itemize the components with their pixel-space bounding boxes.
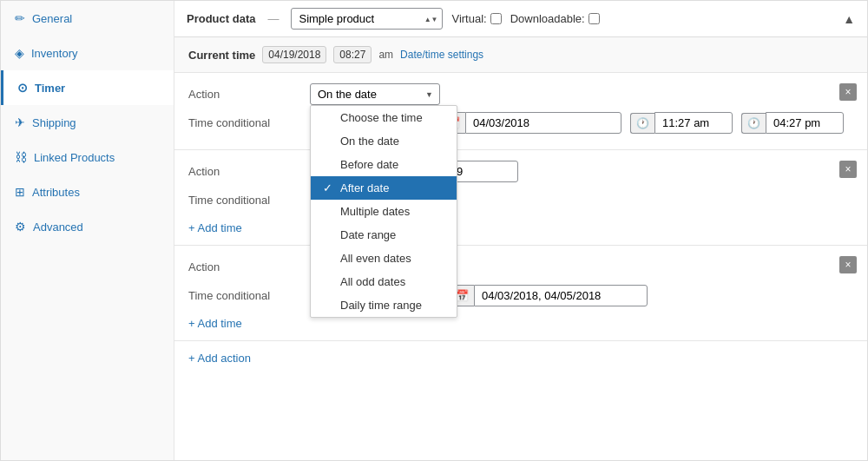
clock-to-icon-1: 🕐 bbox=[741, 113, 766, 134]
sidebar-item-attributes[interactable]: ⊞ Attributes bbox=[1, 175, 174, 209]
menu-item-choose-the-time[interactable]: Choose the time bbox=[311, 106, 457, 129]
close-block-3-button[interactable]: × bbox=[839, 256, 857, 273]
sidebar-item-shipping[interactable]: ✈ Shipping bbox=[1, 105, 174, 140]
expand-icon[interactable]: ▲ bbox=[843, 12, 855, 26]
sidebar-item-linked-products[interactable]: ⛓ Linked Products bbox=[1, 140, 174, 175]
sidebar-item-timer[interactable]: ⊙ Timer bbox=[1, 70, 174, 105]
sidebar-item-label: Linked Products bbox=[34, 151, 115, 164]
menu-item-on-the-date[interactable]: On the date bbox=[311, 129, 457, 153]
time-to-input-1[interactable] bbox=[766, 112, 844, 134]
action-row-3: Action Set out of stock Set in stock Set… bbox=[188, 256, 853, 278]
menu-item-multiple-dates[interactable]: Multiple dates bbox=[311, 200, 457, 223]
action-block-3: × Action Set out of stock Set in stock S… bbox=[174, 246, 867, 341]
menu-item-before-date[interactable]: Before date bbox=[311, 153, 457, 176]
add-action-link[interactable]: + Add action bbox=[174, 341, 867, 375]
current-time-label: Current time bbox=[188, 49, 255, 62]
add-time-link-2[interactable]: + Add time bbox=[188, 221, 242, 234]
time-conditional-row-1: Time conditional Date range 📅 🕐 🕐 bbox=[188, 112, 853, 134]
clock-from-icon-1: 🕐 bbox=[630, 113, 654, 134]
action-dropdown-1: On the date Choose the time Before date … bbox=[310, 83, 440, 105]
add-time-link-3[interactable]: + Add time bbox=[188, 317, 242, 330]
sidebar-item-inventory[interactable]: ◈ Inventory bbox=[1, 36, 174, 70]
downloadable-checkbox[interactable] bbox=[589, 13, 600, 24]
sidebar-item-advanced[interactable]: ⚙ Advanced bbox=[1, 209, 174, 244]
action-row-1: Action On the date Choose the time Befor… bbox=[188, 83, 853, 105]
menu-item-daily-time-range[interactable]: Daily time range bbox=[311, 293, 457, 317]
time-from-container-1: 🕐 bbox=[630, 112, 733, 134]
current-time-bar: Current time 04/19/2018 08:27 am Date/ti… bbox=[174, 37, 867, 73]
action-label-1: Action bbox=[188, 88, 301, 101]
menu-item-all-odd-dates[interactable]: All odd dates bbox=[311, 270, 457, 293]
time-conditional-label-3: Time conditional bbox=[188, 289, 301, 302]
price-input-2[interactable] bbox=[449, 161, 518, 182]
current-date: 04/19/2018 bbox=[262, 46, 326, 63]
inventory-icon: ◈ bbox=[15, 46, 24, 60]
sidebar-item-label: Shipping bbox=[32, 116, 76, 129]
menu-item-all-even-dates[interactable]: All even dates bbox=[311, 247, 457, 270]
header-dash: — bbox=[267, 12, 279, 25]
action-dropdown-container-1: On the date Choose the time Before date … bbox=[310, 83, 440, 105]
attributes-icon: ⊞ bbox=[15, 185, 25, 199]
date-with-icon-1: 📅 bbox=[440, 112, 621, 134]
virtual-text: Virtual: bbox=[451, 12, 486, 25]
time-conditional-label-1: Time conditional bbox=[188, 116, 301, 129]
action-block-2: × Action Set sale price Set regular pric… bbox=[174, 150, 867, 246]
sidebar-item-general[interactable]: ✏ General bbox=[1, 1, 174, 36]
datetime-settings-link[interactable]: Date/time settings bbox=[400, 49, 483, 61]
timer-icon: ⊙ bbox=[17, 81, 28, 95]
close-block-2-button[interactable]: × bbox=[839, 161, 857, 178]
sidebar-item-label: Inventory bbox=[31, 47, 77, 60]
time-conditional-label-2: Time conditional bbox=[188, 194, 301, 207]
virtual-label: Virtual: bbox=[451, 12, 501, 25]
sidebar: ✏ General ◈ Inventory ⊙ Timer ✈ Shipping… bbox=[1, 1, 174, 460]
date-with-icon-3: 📅 bbox=[449, 285, 648, 306]
action-dropdown-menu-1: Choose the time On the date Before date … bbox=[310, 105, 457, 318]
downloadable-label: Downloadable: bbox=[510, 12, 600, 25]
main-content: Product data — Simple product Variable p… bbox=[174, 1, 867, 460]
product-type-wrapper: Simple product Variable product Grouped … bbox=[291, 8, 443, 30]
action-select-1[interactable]: On the date Choose the time Before date … bbox=[310, 83, 440, 105]
virtual-checkbox[interactable] bbox=[490, 13, 502, 24]
sidebar-item-label: Attributes bbox=[32, 186, 80, 199]
current-ampm: am bbox=[378, 49, 393, 61]
product-type-select[interactable]: Simple product Variable product Grouped … bbox=[291, 8, 443, 30]
sidebar-item-label: General bbox=[32, 12, 72, 25]
action-block-1: × Action On the date Choose the time Bef… bbox=[174, 73, 867, 150]
shipping-icon: ✈ bbox=[15, 115, 25, 129]
menu-item-after-date[interactable]: ✓ After date bbox=[311, 176, 457, 200]
product-header: Product data — Simple product Variable p… bbox=[174, 1, 867, 37]
action-label-2: Action bbox=[188, 165, 301, 178]
time-conditional-row-2: Time conditional All even dates On the d… bbox=[188, 189, 853, 211]
linked-products-icon: ⛓ bbox=[15, 150, 27, 164]
general-icon: ✏ bbox=[15, 11, 25, 25]
advanced-icon: ⚙ bbox=[15, 220, 26, 234]
dates-input-3[interactable] bbox=[474, 285, 648, 306]
current-clock: 08:27 bbox=[333, 46, 372, 63]
time-conditional-row-3: Time conditional Multiple dates On the d… bbox=[188, 285, 853, 306]
time-from-input-1[interactable] bbox=[654, 112, 733, 134]
time-to-container-1: 🕐 bbox=[741, 112, 844, 134]
downloadable-text: Downloadable: bbox=[510, 12, 585, 25]
sidebar-item-label: Timer bbox=[35, 82, 65, 95]
close-block-1-button[interactable]: × bbox=[839, 83, 857, 101]
product-data-title: Product data bbox=[187, 12, 255, 25]
date-input-1[interactable] bbox=[465, 112, 621, 134]
action-label-3: Action bbox=[188, 260, 301, 273]
action-row-2: Action Set sale price Set regular price … bbox=[188, 161, 853, 182]
sidebar-item-label: Advanced bbox=[33, 221, 83, 234]
menu-item-date-range[interactable]: Date range bbox=[311, 223, 457, 247]
